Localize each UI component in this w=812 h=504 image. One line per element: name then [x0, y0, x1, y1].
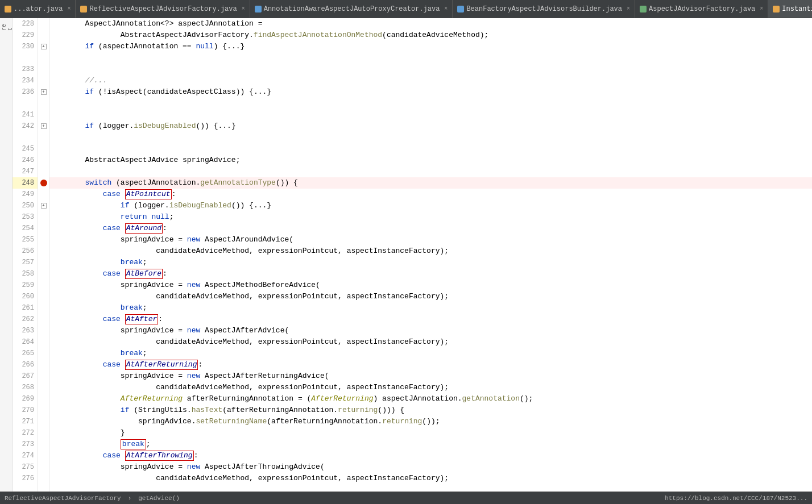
gutter-item	[38, 223, 49, 234]
tab-tab5[interactable]: AspectJAdvisorFactory.java×	[635, 0, 768, 18]
tab-close-tab5[interactable]: ×	[760, 6, 763, 12]
tab-icon-tab2	[80, 6, 87, 13]
gutter-item[interactable]: +	[38, 200, 49, 211]
code-line: if (logger.isDebugEnabled()) {...}	[49, 120, 812, 132]
gutter-item	[38, 155, 49, 166]
gutter-item	[38, 461, 49, 473]
line-number: 265	[13, 348, 38, 359]
code-token: new	[187, 370, 200, 382]
code-token	[49, 189, 103, 200]
code-line	[49, 52, 812, 64]
code-token: if	[85, 120, 94, 132]
code-token	[49, 302, 121, 314]
code-token: case	[103, 268, 121, 280]
code-token	[49, 177, 85, 189]
code-token	[49, 314, 103, 325]
code-line: case AtAround:	[49, 223, 812, 234]
code-line: if (!isAspect(candidateAspectClass)) {..…	[49, 86, 812, 98]
code-token: :	[172, 189, 176, 200]
line-number: 236	[13, 86, 38, 98]
boxed-annotation: AtBefore	[125, 269, 163, 279]
tab-tab6[interactable]: InstantiationModelAwarePointcutAdvisorIm…	[768, 0, 812, 18]
code-token	[49, 211, 121, 223]
gutter-item	[38, 427, 49, 439]
gutter-item	[38, 291, 49, 302]
tab-close-tab4[interactable]: ×	[627, 6, 630, 12]
gutter-item[interactable]	[38, 177, 49, 189]
gutter-item	[38, 450, 49, 461]
line-number: 229	[13, 30, 38, 41]
code-token	[121, 450, 125, 461]
tab-close-tab2[interactable]: ×	[242, 6, 245, 12]
code-token: new	[187, 234, 200, 245]
breakpoint-marker[interactable]	[40, 180, 47, 186]
code-token: AfterReturning	[121, 393, 183, 405]
line-number: 266	[13, 359, 38, 370]
gutter-item	[38, 211, 49, 223]
fold-marker[interactable]: +	[41, 123, 47, 129]
code-line: springAdvice = new AspectJAfterAdvice(	[49, 325, 812, 336]
fold-marker[interactable]: +	[41, 203, 47, 209]
code-line: if (aspectJAnnotation == null) {...}	[49, 41, 812, 52]
code-token: setReturningName	[196, 416, 267, 427]
tab-tab3[interactable]: AnnotationAwareAspectJAutoProxyCreator.j…	[250, 0, 453, 18]
gutter-item	[38, 52, 49, 64]
code-token	[49, 223, 103, 234]
gutter-item	[38, 245, 49, 257]
line-number	[13, 132, 38, 143]
line-number: 270	[13, 405, 38, 416]
code-token: springAdvice =	[49, 325, 187, 336]
code-token: ());	[422, 416, 440, 427]
line-number: 276	[13, 473, 38, 484]
tab-close-tab1[interactable]: ×	[67, 6, 71, 12]
gutter-item	[38, 393, 49, 405]
tab-icon-tab3	[255, 6, 262, 13]
code-line	[49, 64, 812, 75]
code-line: AfterReturning afterReturningAnnotation …	[49, 393, 812, 405]
gutter-item	[38, 325, 49, 336]
code-token: if	[121, 200, 130, 211]
gutter-item	[38, 64, 49, 75]
code-token: (logger.	[94, 120, 134, 132]
code-token: springAdvice.	[49, 416, 196, 427]
code-token	[49, 41, 85, 52]
gutter-item[interactable]: +	[38, 41, 49, 52]
code-token: getAnnotation	[462, 393, 520, 405]
code-line: case AtPointcut:	[49, 189, 812, 200]
gutter-item	[38, 30, 49, 41]
tab-icon-tab1	[5, 6, 11, 13]
gutter-item	[38, 382, 49, 393]
status-bar: ReflectiveAspectJAdvisorFactory › getAdv…	[0, 491, 812, 504]
gutter-item[interactable]: +	[38, 120, 49, 132]
gutter-item	[38, 109, 49, 120]
code-line: AbstractAspectJAdvisorFactory.findAspect…	[49, 30, 812, 41]
tab-tab1[interactable]: ...ator.java×	[0, 0, 76, 18]
line-number: 248	[13, 177, 38, 189]
gutter-item	[38, 257, 49, 268]
line-number: 233	[13, 64, 38, 75]
code-line	[49, 98, 812, 109]
fold-marker[interactable]: +	[41, 89, 47, 95]
gutter-item	[38, 98, 49, 109]
gutter-item	[38, 234, 49, 245]
gutter-item	[38, 348, 49, 359]
tab-tab2[interactable]: ReflectiveAspectJAdvisorFactory.java×	[76, 0, 250, 18]
code-token: springAdvice =	[49, 370, 187, 382]
code-token: AfterReturning	[311, 393, 373, 405]
code-token	[49, 405, 121, 416]
code-token: candidateAdviceMethod, expressionPointcu…	[49, 291, 449, 302]
code-token: AbstractAspectJAdvice springAdvice;	[49, 155, 240, 166]
gutter-item	[38, 75, 49, 86]
code-token: (aspectJAnnotation.	[111, 177, 200, 189]
tab-close-tab3[interactable]: ×	[444, 6, 448, 12]
code-token: ) {...}	[214, 41, 245, 52]
code-line: case AtAfter:	[49, 314, 812, 325]
line-number: 274	[13, 450, 38, 461]
code-line: candidateAdviceMethod, expressionPointcu…	[49, 336, 812, 348]
code-line: break;	[49, 348, 812, 359]
code-area[interactable]: AspectJAnnotation<?> aspectJAnnotation =…	[49, 18, 812, 491]
fold-marker[interactable]: +	[41, 44, 47, 49]
gutter-item[interactable]: +	[38, 86, 49, 98]
tab-tab4[interactable]: BeanFactoryAspectJAdvisorsBuilder.java×	[453, 0, 635, 18]
boxed-annotation: AtPointcut	[125, 189, 172, 199]
